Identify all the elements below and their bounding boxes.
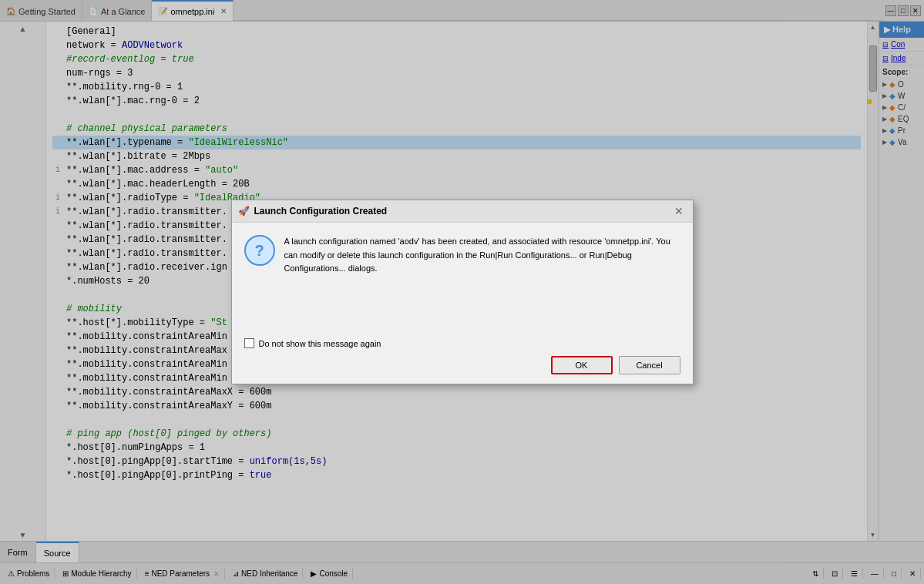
dialog-title: Launch Configuration Created bbox=[254, 206, 667, 216]
dialog-footer: Do not show this message again OK Cancel bbox=[232, 332, 693, 384]
dialog-titlebar: 🚀 Launch Configuration Created ✕ bbox=[232, 200, 693, 223]
dialog-checkbox-row: Do not show this message again bbox=[244, 338, 680, 348]
dialog-close-button[interactable]: ✕ bbox=[671, 205, 687, 217]
launch-config-dialog: 🚀 Launch Configuration Created ✕ ? A lau… bbox=[231, 200, 694, 384]
dialog-title-icon: 🚀 bbox=[238, 206, 250, 216]
dialog-buttons: OK Cancel bbox=[244, 356, 680, 374]
cancel-button[interactable]: Cancel bbox=[619, 356, 680, 374]
dialog-overlay: 🚀 Launch Configuration Created ✕ ? A lau… bbox=[0, 0, 924, 584]
dont-show-checkbox[interactable] bbox=[244, 338, 254, 348]
dialog-body: ? A launch configuration named 'aodv' ha… bbox=[232, 223, 693, 332]
dialog-message-text: A launch configuration named 'aodv' has … bbox=[284, 235, 680, 320]
dont-show-label: Do not show this message again bbox=[259, 339, 381, 348]
dialog-info-icon: ? bbox=[244, 235, 275, 266]
ok-button[interactable]: OK bbox=[551, 356, 613, 374]
